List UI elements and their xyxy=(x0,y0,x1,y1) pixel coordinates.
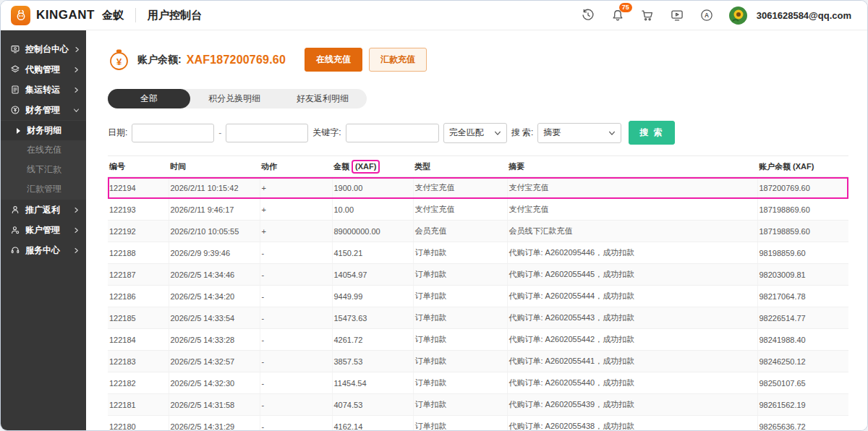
sidebar-item-consolidation[interactable]: 集运转运 xyxy=(1,80,86,100)
cell-type: 订单扣款 xyxy=(413,351,507,372)
video-monitor-icon[interactable] xyxy=(670,8,684,22)
col-header-summary: 摘要 xyxy=(507,156,757,177)
table-row[interactable]: 122182 2026/2/5 14:32:30 - 11454.54 订单扣款… xyxy=(108,372,848,394)
cell-action: - xyxy=(260,351,332,372)
kingant-ant-icon xyxy=(11,6,30,25)
cell-id: 122192 xyxy=(108,221,169,242)
record-tabs: 全部 积分兑换明细 好友返利明细 xyxy=(108,89,367,108)
col-header-type: 类型 xyxy=(413,156,507,177)
online-recharge-button[interactable]: 在线充值 xyxy=(305,48,362,72)
chevron-down-icon xyxy=(608,129,616,137)
submenu-item-offline-remit[interactable]: 线下汇款 xyxy=(1,160,86,179)
cell-type: 订单扣款 xyxy=(413,286,507,307)
sidebar-item-label: 控制台中心 xyxy=(25,43,69,56)
filter-bar: 日期: - 关键字: 完全匹配 搜 索: 摘要 搜 索 xyxy=(108,121,850,145)
submenu-item-finance-detail[interactable]: 财务明细 xyxy=(1,121,86,140)
history-icon[interactable] xyxy=(581,8,595,22)
sidebar-item-console-center[interactable]: 控制台中心 xyxy=(1,39,86,59)
submenu-item-remit-manage[interactable]: 汇款管理 xyxy=(1,179,86,199)
search-by-label: 搜 索: xyxy=(511,127,534,139)
sidebar-item-label: 服务中心 xyxy=(25,244,68,257)
sidebar-item-label: 代购管理 xyxy=(25,64,68,76)
sidebar-item-account[interactable]: 账户管理 xyxy=(1,220,86,240)
table-row[interactable]: 122194 2026/2/11 10:15:42 + 1900.00 支付宝充… xyxy=(108,177,848,199)
table-row[interactable]: 122186 2026/2/5 14:34:20 - 9449.99 订单扣款 … xyxy=(108,286,848,307)
submenu-item-online-recharge[interactable]: 在线充值 xyxy=(1,140,86,160)
table-header-row: 编号 时间 动作 金额(XAF) 类型 摘要 账户余额 (XAF) xyxy=(108,156,848,177)
cell-balance: 98250107.65 xyxy=(757,372,848,394)
keyword-input[interactable] xyxy=(346,124,439,142)
cell-amount: 14054.97 xyxy=(332,264,413,286)
date-range-dash: - xyxy=(218,128,221,138)
cell-balance: 98198859.60 xyxy=(757,242,848,264)
col-header-balance: 账户余额 (XAF) xyxy=(757,156,848,177)
tab-points-exchange[interactable]: 积分兑换明细 xyxy=(190,89,278,108)
finance-submenu: 财务明细 在线充值 线下汇款 汇款管理 xyxy=(1,120,86,200)
table-row[interactable]: 122193 2026/2/11 9:46:17 + 10.00 支付宝充值 支… xyxy=(108,199,848,221)
cell-amount: 4074.53 xyxy=(332,394,413,416)
chevron-right-icon xyxy=(74,46,80,53)
date-from-input[interactable] xyxy=(132,124,214,142)
remit-recharge-button[interactable]: 汇款充值 xyxy=(369,48,427,72)
cell-id: 122182 xyxy=(108,372,169,394)
person-gear-icon xyxy=(10,225,20,235)
cell-action: - xyxy=(260,329,332,351)
sidebar-item-promotion[interactable]: 推广返利 xyxy=(1,200,86,220)
notifications[interactable]: 75 xyxy=(610,8,625,22)
document-icon xyxy=(10,85,20,95)
cell-type: 订单扣款 xyxy=(413,372,507,394)
money-bag-icon: ¥ xyxy=(108,48,130,71)
keyword-label: 关键字: xyxy=(312,127,341,139)
headset-icon xyxy=(10,245,20,255)
search-field-select[interactable]: 摘要 xyxy=(537,123,621,143)
header-actions: 75 A 3061628584@qq.com xyxy=(581,7,851,25)
sidebar-item-service-center[interactable]: 服务中心 xyxy=(1,240,86,260)
cell-summary: 代购订单: A2602055439，成功扣款 xyxy=(507,394,757,416)
sidebar-item-purchasing[interactable]: 代购管理 xyxy=(1,59,86,80)
cell-summary: 支付宝充值 xyxy=(507,199,757,221)
cell-action: - xyxy=(260,416,332,431)
table-row[interactable]: 122183 2026/2/5 14:32:57 - 3857.53 订单扣款 … xyxy=(108,351,848,372)
cell-time: 2026/2/5 14:33:28 xyxy=(169,329,260,351)
match-mode-select[interactable]: 完全匹配 xyxy=(443,123,507,143)
user-email[interactable]: 3061628584@qq.com xyxy=(757,10,851,21)
cell-type: 订单扣款 xyxy=(413,329,507,351)
table-row[interactable]: 122187 2026/2/5 14:34:46 - 14054.97 订单扣款… xyxy=(108,264,848,286)
cell-balance: 98265636.72 xyxy=(757,416,848,431)
tab-all[interactable]: 全部 xyxy=(108,89,190,108)
table-row[interactable]: 122180 2026/2/5 14:31:29 - 4162.14 订单扣款 … xyxy=(108,416,848,431)
amount-unit-annotation: (XAF) xyxy=(352,160,380,174)
sidebar: 控制台中心 代购管理 集运转运 财务管理 财务明细 在线充值 线下汇款 汇款管理… xyxy=(1,30,86,430)
search-button[interactable]: 搜 索 xyxy=(629,121,674,145)
cell-action: - xyxy=(260,307,332,329)
sidebar-item-label: 集运转运 xyxy=(25,84,68,96)
cell-summary: 代购订单: A2602055442，成功扣款 xyxy=(507,329,757,351)
cell-summary: 代购订单: A2602055443，成功扣款 xyxy=(507,307,757,329)
app-window: KINGANT 金蚁 用户控制台 75 xyxy=(0,0,868,431)
user-avatar[interactable] xyxy=(729,7,747,25)
cell-amount: 4150.21 xyxy=(332,242,413,264)
chevron-right-icon xyxy=(73,207,80,213)
brand-logo[interactable]: KINGANT 金蚁 xyxy=(11,6,124,25)
cell-action: - xyxy=(260,372,332,394)
cell-amount: 4261.72 xyxy=(332,329,413,351)
col-header-action: 动作 xyxy=(260,156,332,177)
table-row[interactable]: 122184 2026/2/5 14:33:28 - 4261.72 订单扣款 … xyxy=(108,329,848,351)
sidebar-item-finance[interactable]: 财务管理 xyxy=(1,100,86,120)
table-row[interactable]: 122185 2026/2/5 14:33:54 - 15473.63 订单扣款… xyxy=(108,307,848,329)
chevron-right-icon xyxy=(73,87,80,93)
tab-friend-rebate[interactable]: 好友返利明细 xyxy=(278,89,367,108)
language-circle-a-icon[interactable]: A xyxy=(699,8,714,22)
date-label: 日期: xyxy=(108,127,127,139)
cell-id: 122185 xyxy=(108,307,169,329)
table-row[interactable]: 122188 2026/2/9 9:39:46 - 4150.21 订单扣款 代… xyxy=(108,242,848,264)
table-row[interactable]: 122181 2026/2/5 14:31:58 - 4074.53 订单扣款 … xyxy=(108,394,848,416)
cell-balance: 187198859.60 xyxy=(757,221,848,242)
cart-icon[interactable] xyxy=(640,8,655,22)
cell-summary: 代购订单: A2602055445，成功扣款 xyxy=(507,264,757,286)
date-to-input[interactable] xyxy=(226,124,308,142)
cell-time: 2026/2/11 10:15:42 xyxy=(169,177,260,199)
cell-time: 2026/2/5 14:31:29 xyxy=(169,416,260,431)
table-row[interactable]: 122192 2026/2/10 10:05:55 + 89000000.00 … xyxy=(108,221,848,242)
main-content: ¥ 账户余额: XAF187200769.60 在线充值 汇款充值 全部 积分兑… xyxy=(86,30,867,430)
